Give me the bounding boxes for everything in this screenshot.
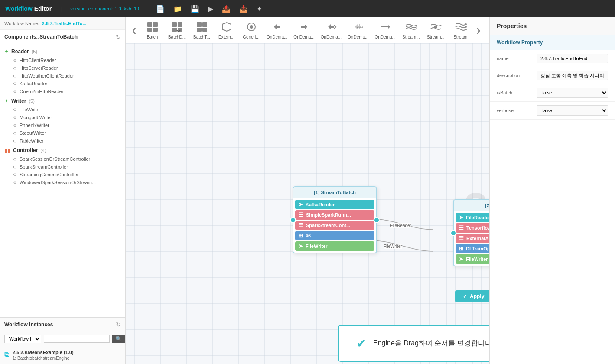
toolbar-item-extern[interactable]: Extern... — [215, 19, 238, 41]
prop-input-description[interactable] — [537, 71, 608, 80]
svg-rect-5 — [178, 22, 182, 27]
list-item[interactable]: ⚙WindowedSparkSessionOrStream... — [0, 179, 125, 186]
toolbar-item-batch[interactable]: Batch — [140, 19, 164, 41]
list-item[interactable]: ⚙HttpServerReader — [0, 64, 125, 72]
list-item[interactable]: ⚙TableWriter — [0, 137, 125, 145]
open-folder-icon[interactable]: 📁 — [173, 5, 182, 13]
list-item[interactable]: ⚙PhoenixWriter — [0, 121, 125, 129]
toolbar-item-label: OnDema... — [348, 35, 368, 39]
item-gear-icon: ⚙ — [13, 81, 17, 86]
node-item-icon: ☰ — [299, 212, 303, 218]
list-item[interactable]: ➤ FileWriter — [295, 241, 374, 251]
drag-hint-check-icon: ✔ — [356, 336, 366, 351]
apply-button[interactable]: ✓ Apply — [455, 290, 489, 302]
list-item[interactable]: ➤ KafkaReader — [295, 200, 374, 209]
header-version: version. component: 1.0, ksb: 1.0 — [70, 6, 140, 11]
node-item-label: FileReader — [466, 215, 489, 220]
toolbar-item-stream1[interactable]: Stream... — [399, 19, 423, 41]
list-item[interactable]: ⚙MongodbWriter — [0, 114, 125, 121]
toolbar-item-ondema2[interactable]: OnDema... — [291, 19, 317, 41]
toolbar-item-ondema4[interactable]: OnDema... — [345, 19, 371, 41]
list-item[interactable]: ⚙SparkStreamController — [0, 163, 125, 171]
list-item[interactable]: ⚙StdoutWriter — [0, 129, 125, 137]
prop-label-verbose: verbose — [497, 108, 531, 113]
list-item[interactable]: ☰ SparkStreamCont... — [295, 221, 374, 230]
workflow-name-bar: Workflow Name: 2.6.7.TrafficEndTo... — [0, 17, 125, 30]
list-item[interactable]: ⚙HttpClientReader — [0, 56, 125, 64]
list-item[interactable]: ⚙Onem2mHttpReader — [0, 88, 125, 95]
node-batch[interactable]: [2] Batch ➤ FileReader ☰ TensorflowRunne… — [453, 199, 489, 266]
node-item-label: TensorflowRunne... — [466, 225, 489, 231]
stream2-icon — [429, 21, 442, 33]
toolbar-prev-button[interactable]: ❮ — [129, 25, 140, 36]
instance-name: 2.5.2.KMeansExample (1.0) — [13, 350, 74, 355]
list-item[interactable]: ⚙StreamingGenericController — [0, 171, 125, 179]
reader-group-header[interactable]: ✦ Reader (5) — [0, 47, 125, 56]
controller-group-icon: ▮▮ — [4, 147, 10, 153]
batcht-icon: T — [195, 21, 208, 33]
node-item-label: KafkaReader — [306, 202, 335, 207]
new-file-icon[interactable]: 📄 — [156, 5, 165, 13]
toolbar-item-label: Stream — [453, 35, 467, 39]
instances-search-bar: Workflow | 🔍 — [0, 332, 125, 346]
toolbar-next-button[interactable]: ❯ — [473, 25, 484, 36]
toolbar-item-label: Batch — [147, 35, 158, 39]
prop-row-verbose: verbose false true — [490, 102, 615, 120]
node1-connector-left[interactable] — [290, 217, 296, 223]
item-gear-icon: ⚙ — [13, 172, 17, 177]
list-item[interactable]: ⚙HttpWeatherClientReader — [0, 72, 125, 80]
magic-icon[interactable]: ✦ — [257, 5, 262, 13]
node-streamtobatch[interactable]: [1] StreamToBatch ➤ KafkaReader ☰ Simple… — [293, 186, 377, 254]
list-item[interactable]: ⧉ 2.5.2.KMeansExample (1.0) 1: Batchtoba… — [0, 348, 125, 362]
writer-group-header[interactable]: ✦ Writer (5) — [0, 96, 125, 106]
toolbar-item-ondema5[interactable]: OnDema... — [372, 19, 398, 41]
list-item[interactable]: ☰ ExternalAnalysi... — [456, 234, 489, 243]
batch-icon — [146, 21, 159, 33]
toolbar-item-ondema1[interactable]: OnDema... — [264, 19, 290, 41]
instances-refresh-icon[interactable]: ↻ — [116, 321, 121, 328]
app-title: Workflow Editor — [5, 5, 52, 12]
instances-search-input[interactable] — [44, 335, 110, 343]
list-item[interactable]: ⊞ #6 — [295, 231, 374, 240]
list-item[interactable]: ⚙SparkSessionOrStreamController — [0, 155, 125, 163]
canvas-area[interactable]: FileReader FileWriter 1 2 [1] StreamToBa… — [126, 43, 489, 364]
svg-rect-6 — [172, 28, 177, 32]
writer-group-icon: ✦ — [4, 98, 9, 104]
writer-group: ✦ Writer (5) ⚙FileWriter ⚙MongodbWriter … — [0, 96, 125, 145]
import-icon[interactable]: 📤 — [222, 5, 231, 13]
list-item[interactable]: ☰ SimpleSparkRunn... — [295, 210, 374, 220]
list-item[interactable]: ⚙KafkaReader — [0, 80, 125, 88]
toolbar-item-ondema3[interactable]: OnDema... — [318, 19, 344, 41]
list-item[interactable]: ➤ FileWriter — [456, 254, 489, 264]
toolbar-item-batchd[interactable]: BatchD... — [165, 19, 189, 41]
node-item-icon: ☰ — [459, 225, 464, 231]
prop-select-isbatch[interactable]: false true — [537, 88, 608, 98]
list-item[interactable]: ➤ FileReader — [456, 213, 489, 222]
ondema2-icon — [298, 21, 311, 33]
node-item-icon: ⊞ — [459, 246, 463, 252]
toolbar-item-stream3[interactable]: Stream — [449, 19, 472, 41]
prop-select-verbose[interactable]: false true — [537, 105, 608, 116]
controller-group-label: Controller — [13, 147, 38, 153]
action-buttons: ✓ Apply ✗ Cancel — [455, 290, 489, 302]
play-icon[interactable]: ▶ — [208, 5, 213, 13]
toolbar-item-batcht[interactable]: T BatchT... — [190, 19, 214, 41]
instances-filter-dropdown[interactable]: Workflow | — [4, 335, 41, 343]
node2-connector-left[interactable] — [450, 230, 456, 236]
export-icon[interactable]: 📥 — [239, 5, 248, 13]
toolbar-item-generi[interactable]: Generi... — [239, 19, 263, 41]
instance-sub: 1: BatchtobatchstreamEngine — [13, 356, 74, 361]
list-item[interactable]: ⚙FileWriter — [0, 106, 125, 114]
controller-group-header[interactable]: ▮▮ Controller (4) — [0, 146, 125, 155]
writer-group-label: Writer — [11, 98, 26, 104]
prop-input-name[interactable] — [537, 54, 608, 63]
title-editor: Editor — [33, 5, 52, 12]
list-item[interactable]: ⊞ DLTrainOperator — [456, 244, 489, 254]
instances-search-button[interactable]: 🔍 — [112, 335, 125, 343]
toolbar-item-stream2[interactable]: Stream... — [424, 19, 448, 41]
components-refresh-icon[interactable]: ↻ — [116, 33, 121, 40]
list-item[interactable]: ☰ TensorflowRunne... — [456, 223, 489, 233]
node1-connector-right[interactable] — [374, 217, 380, 223]
save-icon[interactable]: 💾 — [191, 5, 199, 13]
node-item-icon: ➤ — [299, 202, 303, 208]
